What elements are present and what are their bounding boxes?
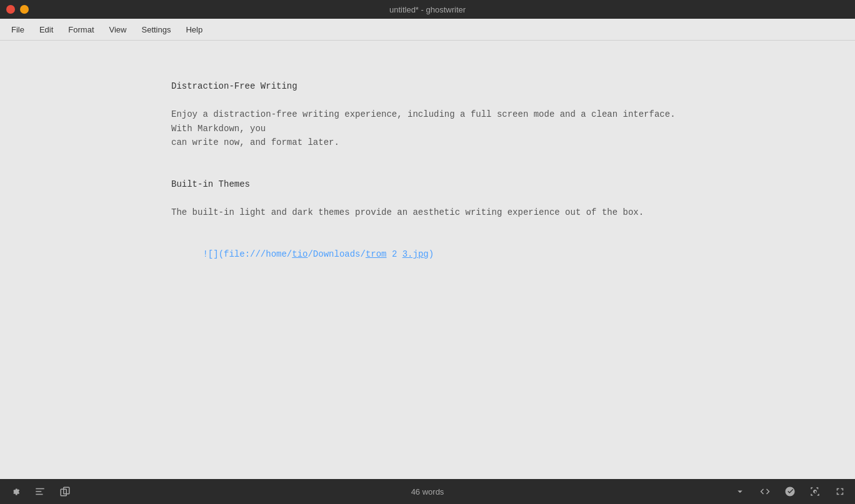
link-middle: /Downloads/ xyxy=(308,249,365,259)
link-close: ) xyxy=(429,249,434,259)
link-tio: tio xyxy=(292,249,308,259)
svg-rect-1 xyxy=(36,491,41,492)
empty-line-3 xyxy=(171,149,684,163)
menu-view[interactable]: View xyxy=(103,22,133,37)
outline-icon[interactable] xyxy=(32,484,48,499)
body-distraction-free: Enjoy a distraction-free writing experie… xyxy=(171,107,684,149)
heading-distraction-free: Distraction-Free Writing xyxy=(171,79,684,93)
link-space: 2 xyxy=(387,249,402,259)
menu-format[interactable]: Format xyxy=(62,22,100,37)
body-builtin-themes: The built-in light and dark themes provi… xyxy=(171,205,684,219)
svg-rect-2 xyxy=(36,494,42,495)
fullscreen-icon[interactable] xyxy=(832,484,848,499)
editor-content: Distraction-Free Writing Enjoy a distrac… xyxy=(146,66,709,275)
link-prefix: ![](file:///home/ xyxy=(202,249,292,259)
focus-icon[interactable] xyxy=(808,484,822,499)
window-controls xyxy=(6,5,29,14)
menu-settings[interactable]: Settings xyxy=(135,22,177,37)
editor-area[interactable]: Distraction-Free Writing Enjoy a distrac… xyxy=(0,41,855,479)
minimize-button[interactable] xyxy=(20,5,29,14)
close-button[interactable] xyxy=(6,5,15,14)
chevron-down-icon[interactable] xyxy=(732,484,748,499)
menu-file[interactable]: File xyxy=(5,22,31,37)
heading-builtin-themes: Built-in Themes xyxy=(171,177,684,191)
link-image-line: ![](file:///home/tio/Downloads/trom 2 3.… xyxy=(171,234,684,275)
spellcheck-icon[interactable] xyxy=(782,484,798,499)
code-icon[interactable] xyxy=(758,484,772,499)
menu-bar: File Edit Format View Settings Help xyxy=(0,19,855,41)
status-right xyxy=(732,484,848,499)
title-bar: untitled* - ghostwriter xyxy=(0,0,855,19)
empty-line-4 xyxy=(171,164,684,177)
gear-icon[interactable] xyxy=(8,484,22,499)
copy-icon[interactable] xyxy=(58,484,72,499)
status-bar: 46 words xyxy=(0,479,855,504)
menu-help[interactable]: Help xyxy=(179,22,209,37)
svg-rect-0 xyxy=(36,488,44,490)
link-jpg: 3.jpg xyxy=(402,249,429,259)
empty-line-2 xyxy=(171,94,684,107)
empty-line-1 xyxy=(171,66,684,79)
word-count: 46 words xyxy=(411,487,444,497)
menu-edit[interactable]: Edit xyxy=(33,22,59,37)
link-trom: trom xyxy=(366,249,387,259)
window-title: untitled* - ghostwriter xyxy=(389,5,466,14)
status-left xyxy=(8,484,72,499)
empty-line-5 xyxy=(171,192,684,205)
empty-line-6 xyxy=(171,219,684,233)
